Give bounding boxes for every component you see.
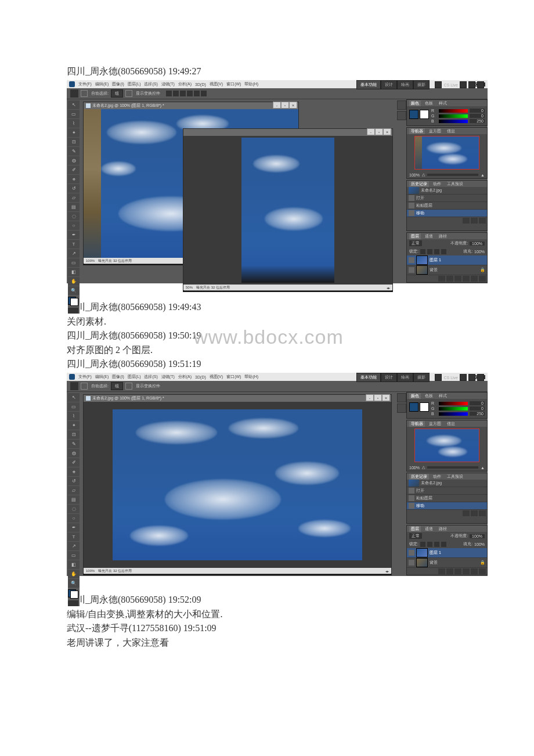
lock-icon[interactable] [420,249,425,254]
tool-heal-icon[interactable]: ◍ [68,449,80,458]
layer-name[interactable]: 背景 [430,267,438,273]
tool-shape-icon[interactable]: ▭ [68,551,80,560]
layer-row[interactable]: 背景🔒 [407,265,487,275]
tool-move-icon[interactable]: ↖ [68,100,80,109]
panel-btn-icon[interactable] [471,218,478,224]
blend-mode-select[interactable]: 正常 [409,240,422,246]
bg-swatch[interactable] [420,402,429,412]
tool-blur-icon[interactable]: ◌ [68,505,80,513]
cslive-btn-1[interactable] [460,374,467,381]
tool-crop-icon[interactable]: ⊡ [68,138,80,146]
minimize-icon[interactable]: - [273,102,281,109]
autoselect-checkbox[interactable] [81,383,88,390]
tab-info[interactable]: 信息 [445,128,457,134]
tool-type-icon[interactable]: T [68,532,80,541]
eye-icon[interactable] [409,257,414,263]
nav-zoom[interactable]: 100% [409,173,420,177]
tool-stamp-icon[interactable]: ⎈ [68,467,80,476]
r-slider[interactable] [439,402,468,405]
menu-3d[interactable]: 3D(D) [195,375,206,379]
align-icon[interactable] [187,91,193,96]
nav-zoom[interactable]: 100% [409,466,420,470]
tool-3d-icon[interactable]: ◧ [68,268,80,276]
g-value[interactable]: 0 [470,406,485,411]
menu-file[interactable]: 文件(F) [78,374,92,380]
history-item[interactable]: 移动 [407,502,487,510]
minimize-icon[interactable]: - [367,128,375,135]
menu-view[interactable]: 视图(V) [210,81,223,87]
tab-history[interactable]: 历史记录 [409,181,429,187]
tool-lasso-icon[interactable]: ⌇ [68,412,80,420]
lock-icon[interactable] [434,249,439,254]
tool-crop-icon[interactable]: ⊡ [68,430,80,439]
lock-icon[interactable] [441,249,446,254]
fx-icon[interactable] [438,276,445,282]
new-icon[interactable] [471,276,478,282]
menu-analyze[interactable]: 分析(A) [178,374,192,380]
tool-lasso-icon[interactable]: ⌇ [68,119,80,128]
document-canvas[interactable] [183,136,392,285]
b-value[interactable]: 250 [470,119,485,123]
nav-thumbnail[interactable] [414,136,479,170]
cslive-label[interactable]: CS Live [443,83,458,87]
tab-histogram[interactable]: 直方图 [427,128,443,134]
menu-filter[interactable]: 滤镜(T) [161,81,175,87]
tool-eraser-icon[interactable]: ▱ [68,486,80,495]
layer-name[interactable]: 图层 1 [430,550,441,556]
tab-color[interactable]: 颜色 [409,100,421,106]
nav-thumbnail[interactable] [414,429,479,462]
tab-history[interactable]: 历史记录 [409,474,429,480]
eye-icon[interactable] [409,267,414,273]
document-canvas[interactable] [84,402,391,568]
fg-swatch[interactable] [409,402,418,412]
r-slider[interactable] [439,109,468,113]
transform-checkbox[interactable] [125,383,132,390]
dock-icon[interactable] [397,111,406,120]
color-swatch[interactable] [68,589,78,599]
menu-image[interactable]: 图像(I) [112,81,124,87]
tab-presets[interactable]: 工具预设 [445,181,465,187]
tool-stamp-icon[interactable]: ⎈ [68,175,80,183]
history-item[interactable]: 粘贴图层 [407,202,487,210]
tab-info[interactable]: 信息 [445,421,457,427]
cslive-btn-2[interactable] [468,81,475,88]
tool-path-icon[interactable]: ↗ [68,542,80,550]
tab-histogram[interactable]: 直方图 [427,421,443,427]
tab-color[interactable]: 颜色 [409,393,421,399]
close-icon[interactable]: × [383,128,391,135]
menu-help[interactable]: 帮助(H) [244,374,258,380]
r-value[interactable]: 0 [470,401,485,405]
tool-brush-icon[interactable]: ✐ [68,165,80,174]
group-icon[interactable] [463,276,470,282]
tool-blur-icon[interactable]: ◌ [68,212,80,221]
menu-edit[interactable]: 编辑(E) [95,374,109,380]
move-tool-icon[interactable] [70,89,78,98]
cslive-label[interactable]: CS Live [443,376,458,380]
status-zoom[interactable]: 100% [86,259,95,262]
tool-brush-icon[interactable]: ✐ [68,458,80,467]
status-zoom[interactable]: 100% [86,569,95,573]
menu-select[interactable]: 选择(S) [144,81,157,87]
tab-swatches[interactable]: 色板 [423,393,435,399]
mask-icon[interactable] [446,568,453,574]
tool-shape-icon[interactable]: ▭ [68,258,80,267]
cslive-icon[interactable] [435,374,442,381]
menu-image[interactable]: 图像(I) [112,374,124,380]
tool-wand-icon[interactable]: ✦ [68,128,80,137]
tool-history-icon[interactable]: ↺ [68,184,80,193]
tab-actions[interactable]: 动作 [431,181,443,187]
eye-icon[interactable] [409,550,414,556]
tool-zoom-icon[interactable]: 🔍 [68,579,80,588]
workspace-tab-design[interactable]: 设计 [381,373,397,382]
workspace-tab-photo[interactable]: 摄影 [413,80,430,89]
document-tab[interactable]: - ▫ × [183,129,392,136]
tool-marquee-icon[interactable]: ▭ [68,402,80,411]
opacity-value[interactable]: 100% [470,242,485,246]
fx-icon[interactable] [438,568,445,574]
adj-icon[interactable] [454,276,461,282]
b-slider[interactable] [439,412,468,416]
tool-move-icon[interactable]: ↖ [68,393,80,402]
trash-icon[interactable] [479,276,486,282]
dock-icon[interactable] [397,100,406,110]
tool-hand-icon[interactable]: ✋ [68,570,80,578]
